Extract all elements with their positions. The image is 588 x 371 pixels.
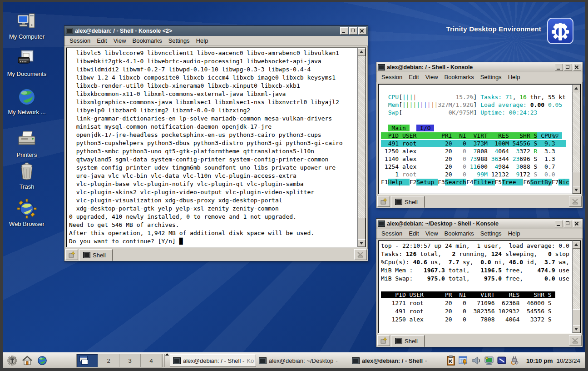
taskbar-handle[interactable] xyxy=(164,354,169,367)
scroll-up-button[interactable] xyxy=(573,85,580,92)
browser-button[interactable] xyxy=(36,355,48,366)
menu-help[interactable]: Help xyxy=(505,230,524,237)
session-list-icon xyxy=(572,337,579,344)
klipper-tray-icon[interactable] xyxy=(445,355,456,366)
desktop-icon-my-computer[interactable]: My Computer xyxy=(4,11,49,40)
organizer-alarm-tray-icon[interactable] xyxy=(458,355,469,366)
menu-session[interactable]: Session xyxy=(378,74,405,80)
new-session-button[interactable] xyxy=(377,335,390,346)
display-monitor-tray-icon[interactable] xyxy=(484,355,494,366)
scroll-down-button[interactable] xyxy=(573,325,580,333)
maximize-button[interactable] xyxy=(564,220,572,227)
computer-icon xyxy=(17,11,37,31)
scroll-down-button[interactable] xyxy=(358,239,366,247)
tab-shell[interactable]: Shell xyxy=(391,335,425,347)
pager-desktop-4[interactable]: 4 xyxy=(141,354,162,367)
scrollbar-thumb[interactable] xyxy=(358,218,366,240)
menu-bookmarks[interactable]: Bookmarks xyxy=(129,37,165,44)
tab-shell[interactable]: Shell xyxy=(79,249,113,261)
terminal-output[interactable]: libvlc5 libvlccore9 libvncclient1 libvo-… xyxy=(66,48,357,247)
titlebar[interactable]: alex@debian: / - Shell - Konsole <2> xyxy=(64,26,368,36)
konsole-window-icon xyxy=(66,28,73,34)
desktop-icon-label: My Computer xyxy=(9,33,44,40)
taskbar: 2 3 4 alex@debian: / - Shell - Ko alex@d… xyxy=(3,352,585,368)
titlebar[interactable]: alex@debian: / - Shell - Konsole xyxy=(376,62,583,72)
desktop-icon-label: Trash xyxy=(20,183,35,191)
konsole-window-icon xyxy=(378,221,385,227)
close-button[interactable] xyxy=(573,64,581,71)
scrollbar-thumb[interactable] xyxy=(573,172,580,186)
minimize-button[interactable] xyxy=(340,27,348,35)
close-button[interactable] xyxy=(358,27,366,35)
scroll-up-button[interactable] xyxy=(358,48,366,56)
menu-session[interactable]: Session xyxy=(66,37,94,44)
pager-desktop-1[interactable] xyxy=(77,354,98,367)
clock-time: 10:10 pm xyxy=(526,357,553,364)
task-button-konsole-desktop[interactable]: alex@debian: ~/Desktop - xyxy=(256,354,349,367)
desktop-icon-trash[interactable]: Trash xyxy=(4,161,49,191)
session-list-icon xyxy=(572,198,579,205)
window-konsole-main: alex@debian: / - Shell - Konsole <2> Ses… xyxy=(64,25,368,261)
menu-view[interactable]: View xyxy=(422,230,441,237)
menu-help[interactable]: Help xyxy=(505,74,524,80)
scroll-up-button[interactable] xyxy=(573,241,580,249)
menubar: Session Edit View Bookmarks Settings Hel… xyxy=(376,72,583,82)
menu-view[interactable]: View xyxy=(110,37,129,44)
volume-tray-icon[interactable] xyxy=(471,355,482,366)
session-list-button[interactable] xyxy=(569,196,582,207)
desktop-icon-label: My Network ... xyxy=(8,108,45,116)
titlebar[interactable]: alex@debian: ~/Desktop - Shell - Konsole xyxy=(376,219,583,229)
menu-bookmarks[interactable]: Bookmarks xyxy=(441,74,477,80)
task-button-konsole-main[interactable]: alex@debian: / - Shell - Ko xyxy=(170,354,256,367)
desktop-icon-my-documents[interactable]: My Documents xyxy=(4,49,49,78)
desktop-icon-my-network[interactable]: My Network ... xyxy=(4,87,49,116)
clock-date: 10/23/24 xyxy=(556,357,580,364)
session-tabbar: Shell xyxy=(64,249,368,261)
terminal-output[interactable]: top - 22:10:57 up 24 min, 1 user, load a… xyxy=(378,241,572,333)
home-button[interactable] xyxy=(21,355,33,366)
session-list-button[interactable] xyxy=(354,249,367,260)
menu-settings[interactable]: Settings xyxy=(477,74,505,80)
system-tray xyxy=(445,355,520,366)
desktop-icon-printers[interactable]: Printers xyxy=(4,130,49,159)
shell-tab-icon xyxy=(83,252,90,258)
menu-settings[interactable]: Settings xyxy=(165,37,193,44)
session-list-button[interactable] xyxy=(569,335,582,346)
scrollbar[interactable] xyxy=(357,48,366,247)
maximize-button[interactable] xyxy=(564,64,572,71)
pager-desktop-3[interactable]: 3 xyxy=(119,354,141,367)
maximize-button[interactable] xyxy=(349,27,357,35)
window-title: alex@debian: / - Shell - Konsole <2> xyxy=(75,28,338,34)
tde-menu-button[interactable] xyxy=(6,355,18,366)
tab-shell[interactable]: Shell xyxy=(391,196,425,208)
scrollbar-thumb[interactable] xyxy=(573,309,580,326)
new-session-button[interactable] xyxy=(377,196,390,207)
menu-settings[interactable]: Settings xyxy=(477,230,505,237)
pager-desktop-2[interactable]: 2 xyxy=(98,354,119,367)
scrollbar[interactable] xyxy=(572,84,581,194)
minimize-button[interactable] xyxy=(555,220,563,227)
terminal-output[interactable]: CPU[|||| 15.2%] Tasks: 71, 16 thr, 55 kt… xyxy=(378,84,572,194)
menu-help[interactable]: Help xyxy=(193,37,212,44)
screen-tool-tray-icon[interactable] xyxy=(496,355,507,366)
close-button[interactable] xyxy=(573,220,581,227)
documents-icon xyxy=(17,49,37,69)
new-session-button[interactable] xyxy=(65,249,78,260)
scroll-down-button[interactable] xyxy=(573,186,580,194)
task-label-tail: - xyxy=(336,357,337,364)
taskbar-clock[interactable]: 10:10 pm 10/23/24 xyxy=(526,357,580,364)
power-plug-tray-icon[interactable] xyxy=(509,355,520,366)
menu-bookmarks[interactable]: Bookmarks xyxy=(441,230,477,237)
menu-edit[interactable]: Edit xyxy=(94,37,110,44)
task-button-konsole-shell[interactable]: alex@debian: / - Shell - xyxy=(349,354,442,367)
menu-edit[interactable]: Edit xyxy=(405,230,422,237)
menu-edit[interactable]: Edit xyxy=(405,74,422,80)
scrollbar[interactable] xyxy=(572,241,581,333)
konsole-task-icon xyxy=(173,357,181,364)
desktop-icon-web-browser[interactable]: Web Browser xyxy=(4,199,49,228)
menu-view[interactable]: View xyxy=(422,74,441,80)
desktop-icon-label: Web Browser xyxy=(9,220,44,228)
menu-session[interactable]: Session xyxy=(378,230,405,237)
task-label-tail: - xyxy=(425,357,427,364)
minimize-button[interactable] xyxy=(555,64,563,71)
